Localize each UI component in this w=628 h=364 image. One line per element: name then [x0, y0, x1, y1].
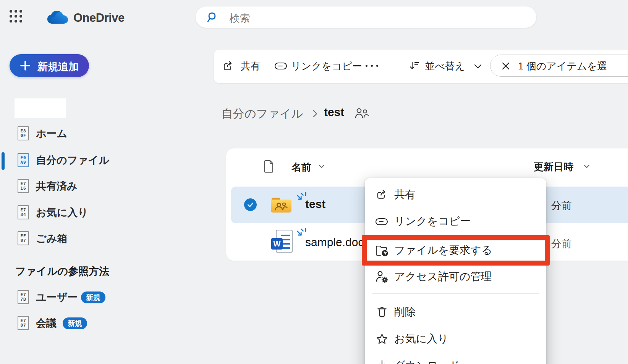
- column-header-name[interactable]: 名前: [291, 161, 311, 174]
- file-name-test[interactable]: test: [305, 198, 325, 211]
- menu-item-delete[interactable]: 削除: [394, 305, 416, 319]
- name-sort-chevron-icon[interactable]: [318, 164, 325, 169]
- shared-people-icon: [354, 107, 369, 119]
- file-name-sample-docx[interactable]: sample.docx: [305, 236, 369, 249]
- add-new-button[interactable]: 新規追加: [10, 54, 89, 77]
- sidebar-item-my-files[interactable]: 自分のファイル: [36, 153, 109, 168]
- sidebar-item-home[interactable]: ホーム: [36, 126, 67, 141]
- copy-link-icon: [274, 62, 287, 70]
- plus-icon: [20, 60, 31, 71]
- sort-chevron-down-icon[interactable]: [474, 64, 482, 69]
- breadcrumb-chevron-icon: [312, 109, 319, 118]
- menu-favorite-icon: [376, 333, 388, 345]
- selection-count-pill[interactable]: 1 個のアイテムを選: [490, 55, 628, 77]
- meetings-nav-icon: E787: [18, 316, 29, 330]
- check-icon: [246, 201, 254, 209]
- menu-download-icon: [377, 360, 387, 364]
- file-type-column-icon: [264, 160, 274, 173]
- share-icon: [222, 60, 234, 72]
- active-nav-indicator: [2, 152, 5, 170]
- breadcrumb-current[interactable]: test: [324, 106, 344, 119]
- people-nav-icon: E77B: [18, 290, 29, 304]
- menu-delete-icon: [377, 306, 387, 318]
- menu-separator: [372, 293, 539, 294]
- word-file-icon[interactable]: W: [271, 230, 293, 253]
- people-new-badge: 新規: [81, 292, 105, 303]
- annotation-highlight-box: [362, 235, 550, 266]
- row-selected-checkbox[interactable]: [244, 198, 257, 211]
- menu-share-icon: [376, 189, 387, 200]
- sidebar-item-favorites[interactable]: お気に入り: [36, 205, 88, 220]
- breadcrumb-parent[interactable]: 自分のファイル: [222, 106, 303, 122]
- menu-item-download[interactable]: ダウンロード: [394, 359, 460, 364]
- app-title: OneDrive: [73, 11, 125, 25]
- clear-selection-icon[interactable]: [501, 61, 510, 71]
- search-bar[interactable]: 検索: [196, 6, 536, 28]
- onedrive-window: OneDrive 検索 新規追加 E80F ホーム F0A9 自分のファイル E…: [0, 0, 628, 364]
- more-commands-button[interactable]: [366, 65, 378, 67]
- shared-folder-icon[interactable]: [270, 196, 292, 214]
- sidebar-item-shared[interactable]: 共有済み: [36, 179, 78, 194]
- column-header-modified[interactable]: 更新日時: [534, 160, 573, 174]
- search-input[interactable]: 検索: [230, 11, 250, 25]
- browse-files-section-header: ファイルの参照方法: [15, 264, 109, 278]
- sort-icon: [409, 60, 420, 71]
- sort-button[interactable]: 並べ替え: [425, 60, 465, 72]
- my-files-icon: F0A9: [18, 153, 29, 167]
- menu-item-manage-access[interactable]: アクセス許可の管理: [394, 270, 492, 283]
- shared-icon: E716: [18, 179, 29, 193]
- sidebar-item-recycle-bin[interactable]: ごみ箱: [36, 231, 67, 246]
- favorites-icon: E734: [18, 205, 29, 219]
- selection-count-label: 1 個のアイテムを選: [518, 60, 607, 72]
- word-letter-badge: W: [271, 238, 283, 250]
- recycle-bin-icon: EF87: [18, 231, 29, 245]
- menu-copy-link-icon: [375, 217, 388, 226]
- menu-item-share[interactable]: 共有: [394, 188, 416, 201]
- home-icon: E80F: [18, 126, 29, 140]
- menu-manage-access-icon: [376, 270, 388, 283]
- copy-link-button[interactable]: リンクをコピー: [291, 60, 362, 72]
- app-launcher-icon[interactable]: [10, 10, 22, 23]
- onedrive-logo-icon[interactable]: [47, 10, 69, 25]
- meetings-new-badge: 新規: [63, 317, 87, 329]
- modified-sort-chevron-icon[interactable]: [583, 164, 590, 169]
- sidebar-item-meetings[interactable]: 会議: [36, 316, 57, 331]
- sidebar-item-people[interactable]: ユーザー: [36, 290, 78, 305]
- share-button[interactable]: 共有: [241, 60, 261, 72]
- add-new-label: 新規追加: [37, 60, 79, 74]
- menu-item-favorite[interactable]: お気に入り: [394, 332, 448, 346]
- file-modified-sample-docx: 分前: [551, 237, 572, 251]
- redacted-user-label: [15, 98, 66, 118]
- file-modified-test: 分前: [551, 199, 572, 213]
- search-icon: [207, 12, 218, 23]
- menu-item-copy-link[interactable]: リンクをコピー: [394, 214, 471, 228]
